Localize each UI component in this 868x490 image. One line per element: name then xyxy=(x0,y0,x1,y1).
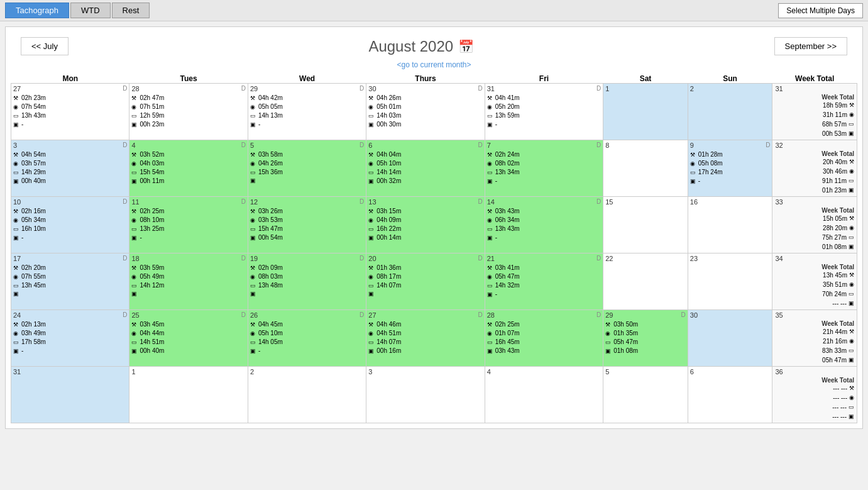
day-data-row: ▭15h 47m xyxy=(250,225,364,233)
day-cell[interactable]: 6 xyxy=(688,367,772,423)
other-icon: ◉ xyxy=(487,330,494,338)
avail-value: 00h 30m xyxy=(376,120,401,129)
day-data-row: ◉06h 34m xyxy=(487,216,601,225)
day-data-row: ▣00h 14m xyxy=(368,233,482,242)
day-cell[interactable]: 2 xyxy=(248,367,366,423)
day-cell[interactable]: 20D⚒01h 36m◉08h 17m▭14h 07m▣ xyxy=(366,253,485,310)
day-cell[interactable]: 30D⚒04h 26m◉05h 01m▭14h 03m▣00h 30m xyxy=(366,84,485,140)
drive-icon: ⚒ xyxy=(250,321,257,329)
avail-icon: ▣ xyxy=(487,234,494,242)
drive-value: 03h 59m xyxy=(140,264,164,272)
day-cell[interactable]: 4 xyxy=(485,367,603,423)
other-value: 08h 02m xyxy=(495,159,520,168)
day-cell[interactable]: 29D⚒03h 50m◉01h 35m▭05h 47m▣01h 08m xyxy=(603,310,688,367)
tab-tachograph[interactable]: Tachograph xyxy=(5,3,69,18)
day-cell[interactable]: 28D⚒02h 25m◉01h 07m▭16h 45m▣03h 43m xyxy=(485,310,603,367)
day-data-row: ▭13h 59m xyxy=(487,111,601,120)
day-cell[interactable]: 26D⚒04h 45m◉05h 10m▭14h 05m▣- xyxy=(248,310,366,367)
day-cell[interactable]: 3 xyxy=(366,367,485,423)
day-cell[interactable]: 27D⚒02h 23m◉07h 54m▭13h 43m▣- xyxy=(11,84,129,140)
day-cell[interactable]: 7D⚒02h 24m◉08h 02m▭13h 34m▣- xyxy=(485,140,603,197)
day-cell[interactable]: 13D⚒03h 15m◉04h 09m▭16h 22m▣00h 14m xyxy=(366,197,485,253)
day-data-row: ▭14h 13m xyxy=(250,111,364,120)
day-marker: D xyxy=(478,311,483,319)
prev-month-button[interactable]: << July xyxy=(21,37,69,55)
day-cell[interactable]: 28D⚒02h 47m◉07h 51m▭12h 59m▣00h 23m xyxy=(129,84,248,140)
tab-rest[interactable]: Rest xyxy=(112,3,150,18)
next-month-button[interactable]: September >> xyxy=(774,37,847,55)
break-icon: ▭ xyxy=(368,282,375,290)
day-cell[interactable]: 15 xyxy=(603,197,688,253)
day-cell[interactable]: 16 xyxy=(688,197,772,253)
total-avail-icon: ▣ xyxy=(849,243,854,252)
drive-value: 04h 46m xyxy=(376,320,401,329)
day-data-row: ◉08h 10m xyxy=(131,216,245,225)
day-cell[interactable]: 4D⚒03h 52m◉04h 03m▭15h 54m▣00h 11m xyxy=(129,140,248,197)
other-icon: ◉ xyxy=(13,273,20,281)
other-icon: ◉ xyxy=(605,330,612,338)
day-cell[interactable]: 31 xyxy=(11,367,129,423)
avail-icon: ▣ xyxy=(487,177,494,186)
day-cell[interactable]: 12D⚒03h 26m◉03h 53m▭15h 47m▣00h 54m xyxy=(248,197,366,253)
drive-icon: ⚒ xyxy=(250,264,257,272)
avail-icon: ▣ xyxy=(250,347,257,355)
total-avail-value: 05h 47m xyxy=(822,355,847,365)
total-break-icon: ▭ xyxy=(849,177,854,186)
total-drive-row: --- ---⚒ xyxy=(775,384,854,393)
day-data-row: ▣01h 08m xyxy=(605,347,686,355)
other-icon: ◉ xyxy=(13,330,20,338)
header-week-total: Week Total xyxy=(772,74,857,84)
day-cell[interactable]: 1 xyxy=(129,367,248,423)
day-cell[interactable]: 14D⚒03h 43m◉06h 34m▭13h 43m▣- xyxy=(485,197,603,253)
avail-value: - xyxy=(495,120,497,129)
day-cell[interactable]: 17D⚒02h 20m◉07h 55m▭13h 45m▣ xyxy=(11,253,129,310)
day-cell[interactable]: 10D⚒02h 16m◉05h 34m▭16h 10m▣- xyxy=(11,197,129,253)
day-cell[interactable]: 22 xyxy=(603,253,688,310)
day-cell[interactable]: 24D⚒02h 13m◉03h 49m▭17h 58m▣- xyxy=(11,310,129,367)
current-month-link[interactable]: <go to current month> xyxy=(11,60,857,69)
total-drive-icon: ⚒ xyxy=(849,384,854,393)
day-data-row: ⚒01h 28m xyxy=(690,150,771,159)
select-multiple-button[interactable]: Select Multiple Days xyxy=(778,3,863,18)
day-data-row: ⚒03h 41m xyxy=(487,264,601,272)
total-avail-value: 01h 08m xyxy=(822,242,847,252)
break-icon: ▭ xyxy=(487,112,494,120)
day-cell[interactable]: 11D⚒02h 25m◉08h 10m▭13h 25m▣- xyxy=(129,197,248,253)
day-cell[interactable]: 18D⚒03h 59m◉05h 49m▭14h 12m▣ xyxy=(129,253,248,310)
week-number: 32 xyxy=(775,142,854,149)
day-marker: D xyxy=(123,255,127,262)
day-cell[interactable]: 30 xyxy=(688,310,772,367)
day-number: 28 xyxy=(487,311,495,319)
day-cell[interactable]: 19D⚒02h 09m◉08h 03m▭13h 48m▣ xyxy=(248,253,366,310)
other-value: 08h 10m xyxy=(140,216,164,225)
day-number: 27 xyxy=(368,311,376,319)
day-number: 7 xyxy=(487,142,491,149)
day-cell[interactable]: 5D⚒03h 58m◉04h 26m▭15h 36m▣ xyxy=(248,140,366,197)
day-cell[interactable]: 3D⚒04h 54m◉03h 57m▭14h 29m▣00h 40m xyxy=(11,140,129,197)
weekday-header-row: Mon Tues Wed Thurs Fri Sat Sun Week Tota… xyxy=(11,74,857,84)
day-cell[interactable]: 9D⚒01h 28m◉05h 08m▭17h 24m▣- xyxy=(688,140,772,197)
other-value: 04h 09m xyxy=(376,216,401,225)
day-cell[interactable]: 8 xyxy=(603,140,688,197)
day-cell[interactable]: 29D⚒04h 42m◉05h 05m▭14h 13m▣- xyxy=(248,84,366,140)
day-marker: D xyxy=(360,142,364,149)
total-drive-row: 18h 59m⚒ xyxy=(775,101,854,110)
day-cell[interactable]: 25D⚒03h 45m◉04h 44m▭14h 51m▣00h 40m xyxy=(129,310,248,367)
total-drive-icon: ⚒ xyxy=(849,158,854,167)
drive-icon: ⚒ xyxy=(368,208,375,216)
total-drive-value: 13h 45m xyxy=(823,270,847,280)
other-icon: ◉ xyxy=(13,103,20,111)
break-icon: ▭ xyxy=(368,338,375,347)
day-cell[interactable]: 6D⚒04h 04m◉05h 10m▭14h 14m▣00h 32m xyxy=(366,140,485,197)
day-cell[interactable]: 31D⚒04h 41m◉05h 20m▭13h 59m▣- xyxy=(485,84,603,140)
day-cell[interactable]: 1 xyxy=(603,84,688,140)
day-cell[interactable]: 21D⚒03h 41m◉05h 47m▭14h 32m▣- xyxy=(485,253,603,310)
break-value: 13h 45m xyxy=(21,281,46,290)
tab-wtd[interactable]: WTD xyxy=(70,3,111,18)
day-cell[interactable]: 5 xyxy=(603,367,688,423)
day-marker: D xyxy=(596,85,601,92)
day-cell[interactable]: 27D⚒04h 46m◉04h 51m▭14h 07m▣00h 16m xyxy=(366,310,485,367)
day-cell[interactable]: 23 xyxy=(688,253,772,310)
day-cell[interactable]: 2 xyxy=(688,84,772,140)
day-number: 1 xyxy=(605,85,609,92)
